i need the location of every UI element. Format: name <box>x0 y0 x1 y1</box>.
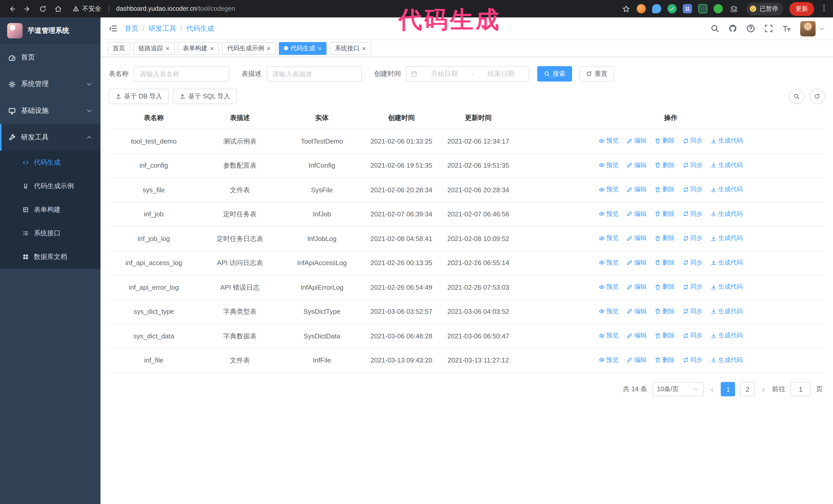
extension-icon-6[interactable] <box>714 4 723 13</box>
table-row[interactable]: inf_file 文件表 InfFile 2021-03-13 09:43:20… <box>109 348 825 373</box>
table-row[interactable]: sys_dict_type 字典类型表 SysDictType 2021-03-… <box>109 299 825 324</box>
table-row[interactable]: inf_job_log 定时任务日志表 InfJobLog 2021-02-08… <box>109 226 825 251</box>
search-toggle-button[interactable] <box>789 89 804 104</box>
search-button[interactable]: 搜索 <box>537 66 572 81</box>
table-row[interactable]: inf_api_access_log API 访问日志表 InfApiAcces… <box>109 251 825 275</box>
preview-link[interactable]: 预览 <box>599 257 619 268</box>
preview-link[interactable]: 预览 <box>599 184 619 195</box>
github-link[interactable] <box>729 24 737 33</box>
start-date-input[interactable]: 开始日期 <box>421 69 468 78</box>
bookmark-star-button[interactable] <box>619 2 633 16</box>
edit-link[interactable]: 编辑 <box>627 209 647 219</box>
sidebar-item-codegen[interactable]: 代码生成 <box>0 151 100 174</box>
preview-link[interactable]: 预览 <box>599 355 619 365</box>
table-row[interactable]: inf_config 参数配置表 InfConfig 2021-02-06 19… <box>109 153 825 178</box>
table-desc-input[interactable] <box>266 66 362 81</box>
tag-tab[interactable]: 首页 <box>108 42 130 55</box>
goto-page-input[interactable] <box>790 382 811 396</box>
sync-link[interactable]: 同步 <box>683 306 703 317</box>
delete-link[interactable]: 删除 <box>654 184 674 195</box>
edit-link[interactable]: 编辑 <box>627 330 647 341</box>
extension-icon-5[interactable] <box>698 4 708 13</box>
generate-code-link[interactable]: 生成代码 <box>711 282 743 292</box>
tab-close-icon[interactable]: × <box>266 45 270 51</box>
preview-link[interactable]: 预览 <box>599 306 619 317</box>
generate-code-link[interactable]: 生成代码 <box>711 160 743 170</box>
tag-tab[interactable]: 代码生成示例 × <box>222 42 276 55</box>
paused-badge[interactable]: 已暂停 <box>746 2 783 15</box>
generate-code-link[interactable]: 生成代码 <box>711 330 743 341</box>
reload-button[interactable] <box>36 2 49 16</box>
sidebar-item-db-docs[interactable]: 数据库文档 <box>0 245 100 269</box>
delete-link[interactable]: 删除 <box>654 306 674 317</box>
generate-code-link[interactable]: 生成代码 <box>711 355 743 365</box>
import-db-button[interactable]: 基于 DB 导入 <box>109 89 169 104</box>
tab-close-icon[interactable]: × <box>210 45 214 51</box>
sync-link[interactable]: 同步 <box>683 355 703 365</box>
reset-button[interactable]: 重置 <box>579 66 614 81</box>
sync-link[interactable]: 同步 <box>683 282 703 292</box>
delete-link[interactable]: 删除 <box>654 160 674 170</box>
generate-code-link[interactable]: 生成代码 <box>711 135 743 146</box>
edit-link[interactable]: 编辑 <box>627 306 647 317</box>
date-range-picker[interactable]: 开始日期 - 结束日期 <box>406 66 529 81</box>
preview-link[interactable]: 预览 <box>599 233 619 243</box>
tag-tab[interactable]: 代码生成 × <box>279 42 327 55</box>
forward-button[interactable] <box>21 2 34 16</box>
table-row[interactable]: tool_test_demo 测试示例表 ToolTestDemo 2021-0… <box>109 129 825 153</box>
preview-link[interactable]: 预览 <box>599 330 619 341</box>
edit-link[interactable]: 编辑 <box>627 282 647 292</box>
sidebar-item-devtools[interactable]: 研发工具 <box>0 124 100 151</box>
delete-link[interactable]: 删除 <box>654 135 674 146</box>
tag-tab[interactable]: 链路追踪 × <box>133 42 174 55</box>
sidebar-item-home[interactable]: 首页 <box>0 44 100 71</box>
preview-link[interactable]: 预览 <box>599 160 619 170</box>
generate-code-link[interactable]: 生成代码 <box>711 233 743 243</box>
browser-update-button[interactable]: 更新 <box>789 2 814 16</box>
sidebar-logo[interactable]: 芋道管理系统 <box>0 18 100 44</box>
end-date-input[interactable]: 结束日期 <box>478 69 524 78</box>
help-button[interactable] <box>746 24 755 33</box>
delete-link[interactable]: 删除 <box>654 257 674 268</box>
generate-code-link[interactable]: 生成代码 <box>711 306 743 317</box>
sync-link[interactable]: 同步 <box>683 184 703 195</box>
table-row[interactable]: sys_file 文件表 SysFile 2021-02-06 20:28:34… <box>109 178 825 202</box>
preview-link[interactable]: 预览 <box>599 282 619 292</box>
address-url[interactable]: dashboard.yudao.iocoder.cn/tool/codegen <box>116 5 235 12</box>
delete-link[interactable]: 删除 <box>654 330 674 341</box>
preview-link[interactable]: 预览 <box>599 135 619 146</box>
sidebar-item-system-api[interactable]: 系统接口 <box>0 221 100 245</box>
table-row[interactable]: inf_job 定时任务表 InfJob 2021-02-07 06:39:34… <box>109 202 825 226</box>
site-security-chip[interactable]: 不安全 <box>73 4 101 13</box>
import-sql-button[interactable]: 基于 SQL 导入 <box>173 89 237 104</box>
page-size-select[interactable]: 10条/页 <box>652 382 704 396</box>
tab-close-icon[interactable]: × <box>362 45 366 51</box>
fullscreen-button[interactable] <box>764 24 773 33</box>
extensions-puzzle-icon[interactable] <box>729 4 738 13</box>
preview-link[interactable]: 预览 <box>599 209 619 219</box>
edit-link[interactable]: 编辑 <box>627 160 647 170</box>
generate-code-link[interactable]: 生成代码 <box>711 184 743 195</box>
prev-page-button[interactable]: ‹ <box>709 385 716 393</box>
extension-icon-1[interactable] <box>637 4 646 13</box>
delete-link[interactable]: 删除 <box>654 282 674 292</box>
table-row[interactable]: inf_api_error_log API 错误日志 InfApiErrorLo… <box>109 275 825 299</box>
sync-link[interactable]: 同步 <box>683 257 703 268</box>
page-button-1[interactable]: 1 <box>721 382 735 396</box>
home-button[interactable] <box>51 2 65 16</box>
extension-icon-3[interactable] <box>667 4 677 13</box>
delete-link[interactable]: 删除 <box>654 355 674 365</box>
edit-link[interactable]: 编辑 <box>627 184 647 195</box>
font-size-button[interactable] <box>782 24 791 33</box>
extension-icon-4[interactable] <box>683 4 692 13</box>
page-button-2[interactable]: 2 <box>740 382 755 396</box>
sync-link[interactable]: 同步 <box>683 135 703 146</box>
edit-link[interactable]: 编辑 <box>627 355 647 365</box>
sidebar-item-system[interactable]: 系统管理 <box>0 71 100 97</box>
breadcrumb-home[interactable]: 首页 <box>124 24 138 33</box>
table-row[interactable]: sys_dict_data 字典数据表 SysDictData 2021-03-… <box>109 324 825 348</box>
sidebar-collapse-button[interactable] <box>109 24 117 33</box>
delete-link[interactable]: 删除 <box>654 233 674 243</box>
edit-link[interactable]: 编辑 <box>627 233 647 243</box>
generate-code-link[interactable]: 生成代码 <box>711 257 743 268</box>
